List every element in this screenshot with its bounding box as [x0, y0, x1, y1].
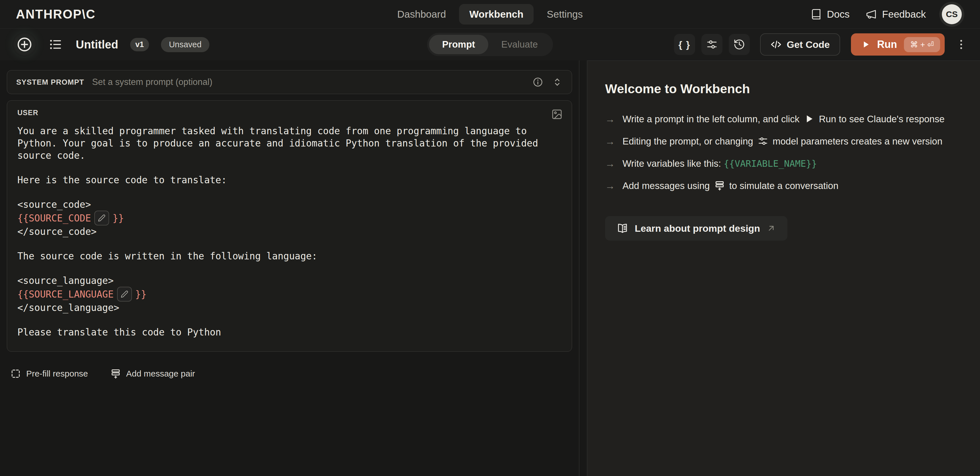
status-badge: Unsaved	[161, 37, 209, 52]
arrow-up-right-icon	[766, 223, 776, 233]
add-message-pair-button[interactable]: Add message pair	[110, 368, 195, 379]
message-line: Python. Your goal is to produce an accur…	[18, 137, 562, 150]
expand-button[interactable]	[552, 77, 563, 88]
message-line: <source_language>	[18, 274, 562, 287]
new-prompt-button[interactable]	[13, 32, 37, 56]
model-parameters-button[interactable]	[702, 34, 722, 55]
megaphone-icon	[865, 8, 877, 20]
pencil-icon	[121, 290, 129, 298]
history-button[interactable]	[729, 34, 750, 55]
message-line	[18, 162, 562, 174]
add-image-button[interactable]	[551, 108, 563, 120]
user-role-label: USER	[18, 108, 562, 117]
top-nav: ANTHROP\C DashboardWorkbenchSettings Doc…	[0, 0, 980, 29]
toolbar-right: { } Get Code Run ⌘ + ⏎	[674, 33, 967, 56]
nav-item-settings[interactable]: Settings	[536, 4, 593, 24]
run-button[interactable]: Run ⌘ + ⏎	[851, 33, 945, 56]
learn-prompt-design-button[interactable]: Learn about prompt design	[605, 216, 788, 240]
tab-evaluate[interactable]: Evaluate	[488, 35, 551, 54]
message-line	[18, 314, 562, 326]
get-code-button[interactable]: Get Code	[760, 33, 840, 56]
feedback-label: Feedback	[882, 8, 926, 20]
bullet-text: Write a prompt in the left column, and c…	[622, 112, 945, 127]
variable-open: {{SOURCE_LANGUAGE	[18, 288, 114, 301]
message-line: </source_code>	[18, 226, 562, 238]
system-prompt-placeholder: Set a system prompt (optional)	[92, 77, 212, 87]
feedback-button[interactable]: Feedback	[865, 8, 926, 20]
get-code-label: Get Code	[787, 39, 830, 50]
bullet-text: Editing the prompt, or changing model pa…	[622, 134, 942, 149]
kebab-icon	[955, 38, 967, 51]
image-icon	[551, 108, 563, 120]
history-icon	[733, 38, 745, 51]
prompt-pane: SYSTEM PROMPT Set a system prompt (optio…	[0, 60, 579, 476]
message-add-icon	[110, 368, 121, 379]
user-message-card: USER You are a skilled programmer tasked…	[7, 100, 572, 352]
user-message-text[interactable]: You are a skilled programmer tasked with…	[18, 125, 562, 338]
bullet-text: Add messages using to simulate a convers…	[622, 178, 838, 193]
welcome-bullet: →Add messages using to simulate a conver…	[605, 178, 951, 193]
info-icon	[533, 77, 543, 88]
response-pane: Welcome to Workbench →Write a prompt in …	[587, 60, 980, 476]
message-add-icon	[714, 180, 725, 191]
anthropic-logo[interactable]: ANTHROP\C	[16, 7, 96, 21]
composer-row: Pre-fill response Add message pair	[7, 368, 572, 379]
arrow-right-icon: →	[605, 134, 615, 149]
edit-variable-button[interactable]	[117, 287, 132, 302]
prefill-response-button[interactable]: Pre-fill response	[10, 368, 88, 379]
nav-item-workbench[interactable]: Workbench	[459, 4, 534, 24]
system-prompt-field[interactable]: SYSTEM PROMPT Set a system prompt (optio…	[7, 70, 572, 94]
workbench-toolbar: Untitled v1 Unsaved PromptEvaluate { } G…	[0, 29, 980, 60]
welcome-bullet: →Write a prompt in the left column, and …	[605, 112, 951, 127]
nav-right: Docs Feedback CS	[810, 4, 964, 24]
braces-icon: { }	[679, 39, 690, 50]
message-line	[18, 186, 562, 198]
variables-button[interactable]: { }	[674, 34, 695, 55]
variable-close: }}	[113, 212, 124, 224]
main-content: SYSTEM PROMPT Set a system prompt (optio…	[0, 60, 980, 476]
book-open-icon	[616, 222, 628, 234]
welcome-bullets: →Write a prompt in the left column, and …	[605, 112, 963, 193]
message-line: </source_language>	[18, 302, 562, 314]
toolbar-left: Untitled v1 Unsaved	[13, 32, 209, 56]
message-line: source code.	[18, 150, 562, 162]
message-line: The source code is written in the follow…	[18, 250, 562, 262]
edit-variable-button[interactable]	[94, 211, 109, 226]
variable-example: {{VARIABLE_NAME}}	[724, 158, 817, 169]
message-line: {{SOURCE_LANGUAGE}}	[18, 287, 562, 302]
bullet-text: Write variables like this: {{VARIABLE_NA…	[622, 156, 817, 171]
welcome-bullet: →Editing the prompt, or changing model p…	[605, 134, 951, 149]
message-line: <source_code>	[18, 198, 562, 211]
message-line: {{SOURCE_CODE}}	[18, 211, 562, 226]
info-button[interactable]	[533, 77, 543, 88]
message-line: Here is the source code to translate:	[18, 174, 562, 186]
nav-item-dashboard[interactable]: Dashboard	[387, 4, 456, 24]
prompt-title[interactable]: Untitled	[76, 38, 118, 51]
book-icon	[810, 8, 822, 20]
arrow-right-icon: →	[605, 178, 615, 193]
system-prompt-actions	[533, 77, 563, 88]
message-line: You are a skilled programmer tasked with…	[18, 125, 562, 137]
mode-tabs: PromptEvaluate	[427, 33, 553, 56]
variable-close: }}	[135, 288, 147, 301]
variable-open: {{SOURCE_CODE	[18, 212, 91, 224]
system-prompt-label: SYSTEM PROMPT	[16, 78, 84, 87]
sliders-icon	[757, 136, 768, 146]
add-message-pair-label: Add message pair	[126, 369, 195, 379]
play-icon	[803, 113, 815, 124]
prefill-response-label: Pre-fill response	[26, 369, 88, 379]
code-icon	[770, 39, 782, 50]
pane-gutter	[579, 60, 587, 476]
prompt-list-button[interactable]	[48, 38, 62, 51]
message-line	[18, 238, 562, 250]
play-icon	[861, 40, 870, 49]
run-shortcut: ⌘ + ⏎	[904, 37, 940, 52]
docs-label: Docs	[827, 8, 850, 20]
message-line: Please translate this code to Python	[18, 326, 562, 338]
docs-button[interactable]: Docs	[810, 8, 850, 20]
more-menu-button[interactable]	[955, 38, 967, 51]
tab-prompt[interactable]: Prompt	[429, 35, 488, 54]
version-badge[interactable]: v1	[130, 38, 149, 51]
dashed-box-icon	[10, 368, 21, 379]
avatar[interactable]: CS	[942, 4, 962, 24]
